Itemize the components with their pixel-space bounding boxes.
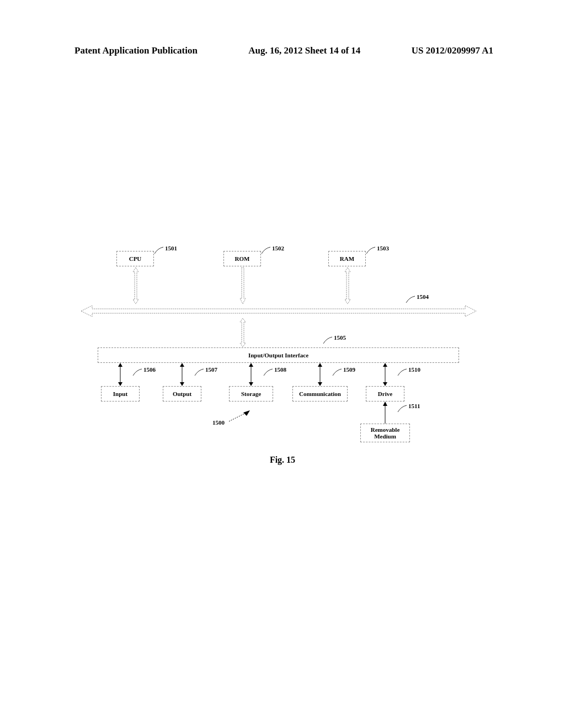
io-interface-block: Input/Output Interface [98, 347, 459, 363]
rom-ref: 1502 [272, 245, 284, 251]
comm-ref: 1509 [343, 366, 355, 373]
leader-icon [397, 405, 407, 413]
leader-icon [263, 368, 273, 376]
svg-marker-14 [383, 382, 387, 386]
drive-block: Drive [366, 386, 404, 402]
io-storage-connector [248, 363, 254, 386]
bus-io-connector [238, 317, 248, 348]
output-block: Output [163, 386, 201, 402]
input-block: Input [101, 386, 140, 402]
io-ref: 1505 [334, 334, 346, 341]
io-input-connector [118, 363, 123, 386]
leader-icon [323, 336, 333, 344]
cpu-label: CPU [129, 255, 142, 262]
figure-caption: Fig. 15 [0, 455, 565, 465]
overall-ref: 1500 [212, 419, 225, 426]
cpu-ref: 1501 [165, 245, 177, 251]
output-label: Output [173, 390, 191, 397]
svg-marker-11 [318, 382, 322, 386]
cpu-block: CPU [116, 251, 154, 266]
leader-icon [261, 247, 271, 254]
communication-label: Communication [299, 390, 341, 397]
svg-marker-8 [249, 382, 253, 386]
io-comm-connector [317, 363, 323, 386]
leader-icon [332, 368, 342, 376]
leader-icon [194, 368, 204, 376]
system-bus [80, 304, 477, 318]
ram-label: RAM [340, 255, 354, 262]
svg-marker-2 [118, 382, 122, 386]
communication-block: Communication [292, 386, 348, 402]
removable-medium-block: Removable Medium [360, 424, 410, 442]
page-header: Patent Application Publication Aug. 16, … [0, 45, 565, 56]
medium-ref: 1511 [408, 403, 420, 409]
header-center: Aug. 16, 2012 Sheet 14 of 14 [248, 45, 360, 56]
storage-label: Storage [241, 390, 261, 397]
input-ref: 1506 [143, 366, 156, 373]
header-left: Patent Application Publication [74, 45, 198, 56]
medium-drive-connector [382, 402, 388, 424]
rom-bus-connector [238, 266, 248, 305]
leader-icon [132, 368, 142, 376]
leader-icon [406, 296, 415, 303]
svg-marker-18 [243, 410, 250, 416]
input-label: Input [113, 390, 127, 397]
io-output-connector [179, 363, 185, 386]
rom-block: ROM [223, 251, 261, 266]
svg-line-17 [229, 413, 247, 421]
leader-icon [366, 247, 376, 254]
leader-icon [154, 247, 164, 254]
drive-ref: 1510 [408, 366, 420, 373]
svg-marker-7 [249, 363, 253, 367]
ram-bus-connector [343, 266, 353, 305]
storage-block: Storage [229, 386, 273, 402]
storage-ref: 1508 [274, 366, 286, 373]
svg-marker-13 [383, 363, 387, 367]
bus-ref: 1504 [417, 293, 429, 300]
cpu-bus-connector [131, 266, 141, 305]
ram-ref: 1503 [377, 245, 389, 251]
ram-block: RAM [328, 251, 366, 266]
pointer-arrow-icon [228, 410, 250, 422]
svg-marker-16 [383, 402, 387, 406]
svg-marker-5 [180, 382, 184, 386]
svg-marker-10 [318, 363, 322, 367]
io-interface-label: Input/Output Interface [248, 352, 308, 358]
svg-marker-1 [118, 363, 122, 367]
svg-marker-4 [180, 363, 184, 367]
drive-label: Drive [378, 390, 392, 397]
removable-medium-label: Removable Medium [371, 426, 400, 440]
caption-text: Fig. 15 [270, 455, 295, 464]
io-drive-connector [382, 363, 388, 386]
figure-15-diagram: CPU 1501 ROM 1502 RAM 1503 1504 I [86, 248, 472, 469]
header-right: US 2012/0209997 A1 [412, 45, 493, 56]
leader-icon [397, 368, 407, 376]
output-ref: 1507 [205, 366, 217, 373]
rom-label: ROM [235, 255, 250, 262]
